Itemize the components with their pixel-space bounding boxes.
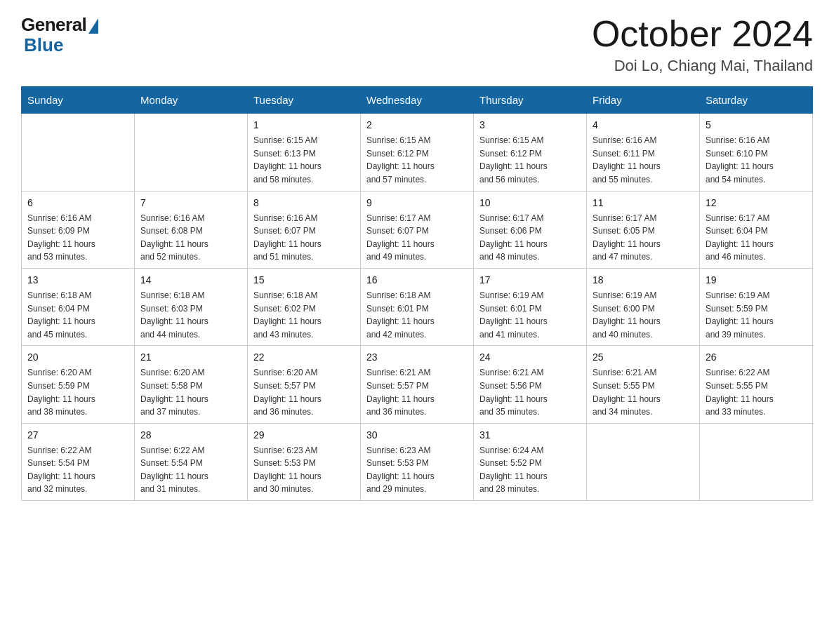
day-number: 6 xyxy=(27,196,128,210)
day-number: 18 xyxy=(593,273,694,288)
calendar-cell: 6Sunrise: 6:16 AM Sunset: 6:09 PM Daylig… xyxy=(22,191,135,268)
header-tuesday: Tuesday xyxy=(248,87,361,114)
calendar-cell: 25Sunrise: 6:21 AM Sunset: 5:55 PM Dayli… xyxy=(587,346,700,423)
logo-triangle-icon xyxy=(88,18,98,34)
calendar-cell: 16Sunrise: 6:18 AM Sunset: 6:01 PM Dayli… xyxy=(361,268,474,345)
day-number: 8 xyxy=(253,196,355,210)
calendar-cell: 19Sunrise: 6:19 AM Sunset: 5:59 PM Dayli… xyxy=(700,268,813,345)
day-number: 24 xyxy=(479,350,581,365)
week-row-2: 6Sunrise: 6:16 AM Sunset: 6:09 PM Daylig… xyxy=(22,191,813,268)
day-info: Sunrise: 6:15 AM Sunset: 6:13 PM Dayligh… xyxy=(253,134,355,186)
title-section: October 2024 Doi Lo, Chiang Mai, Thailan… xyxy=(592,14,813,75)
day-info: Sunrise: 6:17 AM Sunset: 6:07 PM Dayligh… xyxy=(366,212,468,264)
header-monday: Monday xyxy=(135,87,248,114)
calendar-header-row: SundayMondayTuesdayWednesdayThursdayFrid… xyxy=(22,87,813,114)
calendar-cell: 4Sunrise: 6:16 AM Sunset: 6:11 PM Daylig… xyxy=(587,114,700,191)
calendar-cell: 21Sunrise: 6:20 AM Sunset: 5:58 PM Dayli… xyxy=(135,346,248,423)
day-number: 3 xyxy=(479,118,581,133)
calendar-cell: 30Sunrise: 6:23 AM Sunset: 5:53 PM Dayli… xyxy=(361,423,474,500)
week-row-5: 27Sunrise: 6:22 AM Sunset: 5:54 PM Dayli… xyxy=(22,423,813,500)
calendar-cell xyxy=(135,114,248,191)
calendar-cell: 5Sunrise: 6:16 AM Sunset: 6:10 PM Daylig… xyxy=(700,114,813,191)
calendar-cell: 27Sunrise: 6:22 AM Sunset: 5:54 PM Dayli… xyxy=(22,423,135,500)
day-info: Sunrise: 6:20 AM Sunset: 5:57 PM Dayligh… xyxy=(253,366,355,418)
week-row-1: 1Sunrise: 6:15 AM Sunset: 6:13 PM Daylig… xyxy=(22,114,813,191)
day-info: Sunrise: 6:22 AM Sunset: 5:54 PM Dayligh… xyxy=(27,444,128,496)
header-thursday: Thursday xyxy=(474,87,587,114)
day-number: 2 xyxy=(366,118,468,133)
day-info: Sunrise: 6:21 AM Sunset: 5:57 PM Dayligh… xyxy=(366,366,468,418)
calendar-cell: 2Sunrise: 6:15 AM Sunset: 6:12 PM Daylig… xyxy=(361,114,474,191)
day-number: 29 xyxy=(253,428,355,443)
day-number: 4 xyxy=(593,118,694,133)
day-info: Sunrise: 6:17 AM Sunset: 6:05 PM Dayligh… xyxy=(593,212,694,264)
day-info: Sunrise: 6:18 AM Sunset: 6:02 PM Dayligh… xyxy=(253,289,355,341)
calendar-cell: 17Sunrise: 6:19 AM Sunset: 6:01 PM Dayli… xyxy=(474,268,587,345)
day-info: Sunrise: 6:18 AM Sunset: 6:01 PM Dayligh… xyxy=(366,289,468,341)
day-number: 14 xyxy=(140,273,241,288)
calendar-cell: 9Sunrise: 6:17 AM Sunset: 6:07 PM Daylig… xyxy=(361,191,474,268)
calendar-cell xyxy=(22,114,135,191)
calendar-cell: 13Sunrise: 6:18 AM Sunset: 6:04 PM Dayli… xyxy=(22,268,135,345)
calendar-cell xyxy=(700,423,813,500)
week-row-3: 13Sunrise: 6:18 AM Sunset: 6:04 PM Dayli… xyxy=(22,268,813,345)
day-info: Sunrise: 6:22 AM Sunset: 5:55 PM Dayligh… xyxy=(706,366,807,418)
day-info: Sunrise: 6:16 AM Sunset: 6:08 PM Dayligh… xyxy=(140,212,241,264)
day-info: Sunrise: 6:18 AM Sunset: 6:03 PM Dayligh… xyxy=(140,289,241,341)
day-number: 15 xyxy=(253,273,355,288)
day-info: Sunrise: 6:17 AM Sunset: 6:04 PM Dayligh… xyxy=(706,212,807,264)
day-number: 27 xyxy=(27,428,128,443)
calendar-cell: 29Sunrise: 6:23 AM Sunset: 5:53 PM Dayli… xyxy=(248,423,361,500)
calendar-cell: 12Sunrise: 6:17 AM Sunset: 6:04 PM Dayli… xyxy=(700,191,813,268)
day-info: Sunrise: 6:20 AM Sunset: 5:58 PM Dayligh… xyxy=(140,366,241,418)
header-friday: Friday xyxy=(587,87,700,114)
calendar-cell: 1Sunrise: 6:15 AM Sunset: 6:13 PM Daylig… xyxy=(248,114,361,191)
day-number: 22 xyxy=(253,350,355,365)
day-info: Sunrise: 6:15 AM Sunset: 6:12 PM Dayligh… xyxy=(366,134,468,186)
calendar-cell: 15Sunrise: 6:18 AM Sunset: 6:02 PM Dayli… xyxy=(248,268,361,345)
calendar-cell: 11Sunrise: 6:17 AM Sunset: 6:05 PM Dayli… xyxy=(587,191,700,268)
calendar-cell: 24Sunrise: 6:21 AM Sunset: 5:56 PM Dayli… xyxy=(474,346,587,423)
day-number: 17 xyxy=(479,273,581,288)
day-number: 21 xyxy=(140,350,241,365)
day-info: Sunrise: 6:19 AM Sunset: 6:00 PM Dayligh… xyxy=(593,289,694,341)
day-number: 26 xyxy=(706,350,807,365)
calendar-cell: 31Sunrise: 6:24 AM Sunset: 5:52 PM Dayli… xyxy=(474,423,587,500)
day-number: 19 xyxy=(706,273,807,288)
calendar-cell xyxy=(587,423,700,500)
calendar-cell: 28Sunrise: 6:22 AM Sunset: 5:54 PM Dayli… xyxy=(135,423,248,500)
day-info: Sunrise: 6:20 AM Sunset: 5:59 PM Dayligh… xyxy=(27,366,128,418)
logo-general-text: General xyxy=(21,14,86,36)
day-number: 11 xyxy=(593,196,694,210)
day-number: 25 xyxy=(593,350,694,365)
calendar-cell: 26Sunrise: 6:22 AM Sunset: 5:55 PM Dayli… xyxy=(700,346,813,423)
day-info: Sunrise: 6:16 AM Sunset: 6:07 PM Dayligh… xyxy=(253,212,355,264)
day-info: Sunrise: 6:16 AM Sunset: 6:11 PM Dayligh… xyxy=(593,134,694,186)
day-number: 5 xyxy=(706,118,807,133)
calendar-cell: 20Sunrise: 6:20 AM Sunset: 5:59 PM Dayli… xyxy=(22,346,135,423)
day-info: Sunrise: 6:15 AM Sunset: 6:12 PM Dayligh… xyxy=(479,134,581,186)
day-info: Sunrise: 6:18 AM Sunset: 6:04 PM Dayligh… xyxy=(27,289,128,341)
day-number: 12 xyxy=(706,196,807,210)
location-title: Doi Lo, Chiang Mai, Thailand xyxy=(592,57,813,75)
month-title: October 2024 xyxy=(592,14,813,54)
day-info: Sunrise: 6:19 AM Sunset: 5:59 PM Dayligh… xyxy=(706,289,807,341)
day-number: 23 xyxy=(366,350,468,365)
day-info: Sunrise: 6:19 AM Sunset: 6:01 PM Dayligh… xyxy=(479,289,581,341)
day-number: 1 xyxy=(253,118,355,133)
calendar-cell: 8Sunrise: 6:16 AM Sunset: 6:07 PM Daylig… xyxy=(248,191,361,268)
week-row-4: 20Sunrise: 6:20 AM Sunset: 5:59 PM Dayli… xyxy=(22,346,813,423)
day-number: 31 xyxy=(479,428,581,443)
calendar-cell: 14Sunrise: 6:18 AM Sunset: 6:03 PM Dayli… xyxy=(135,268,248,345)
header-saturday: Saturday xyxy=(700,87,813,114)
day-number: 10 xyxy=(479,196,581,210)
day-number: 20 xyxy=(27,350,128,365)
day-number: 28 xyxy=(140,428,241,443)
day-number: 16 xyxy=(366,273,468,288)
calendar-table: SundayMondayTuesdayWednesdayThursdayFrid… xyxy=(21,86,813,501)
header-sunday: Sunday xyxy=(22,87,135,114)
calendar-cell: 7Sunrise: 6:16 AM Sunset: 6:08 PM Daylig… xyxy=(135,191,248,268)
day-info: Sunrise: 6:17 AM Sunset: 6:06 PM Dayligh… xyxy=(479,212,581,264)
calendar-cell: 3Sunrise: 6:15 AM Sunset: 6:12 PM Daylig… xyxy=(474,114,587,191)
day-info: Sunrise: 6:23 AM Sunset: 5:53 PM Dayligh… xyxy=(366,444,468,496)
